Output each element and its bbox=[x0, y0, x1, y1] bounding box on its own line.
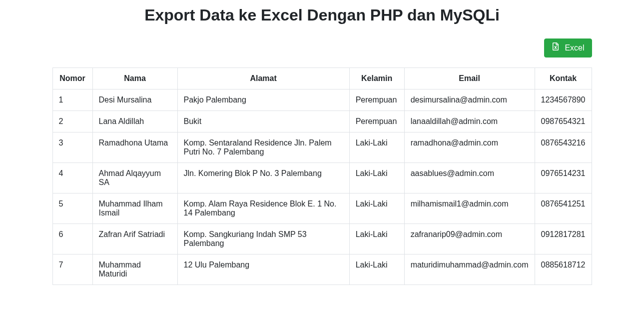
toolbar: Excel bbox=[52, 38, 592, 58]
cell-nama: Desi Mursalina bbox=[92, 90, 177, 111]
header-nama: Nama bbox=[92, 68, 177, 90]
table-row: 2Lana AldillahBukitPerempuanlanaaldillah… bbox=[52, 111, 592, 132]
cell-email: desimursalina@admin.com bbox=[404, 90, 535, 111]
cell-nomor: 2 bbox=[52, 111, 92, 132]
cell-kontak: 0912817281 bbox=[535, 224, 592, 254]
cell-kelamin: Laki-Laki bbox=[349, 132, 404, 163]
table-row: 3Ramadhona UtamaKomp. Sentaraland Reside… bbox=[52, 132, 592, 163]
cell-alamat: Komp. Alam Raya Residence Blok E. 1 No. … bbox=[177, 194, 349, 224]
cell-email: lanaaldillah@admin.com bbox=[404, 111, 535, 132]
cell-alamat: Pakjo Palembang bbox=[177, 90, 349, 111]
cell-email: maturidimuhammad@admin.com bbox=[404, 254, 535, 285]
cell-kontak: 0876541251 bbox=[535, 194, 592, 224]
cell-nomor: 5 bbox=[52, 194, 92, 224]
export-excel-label: Excel bbox=[565, 42, 584, 54]
cell-kelamin: Laki-Laki bbox=[349, 194, 404, 224]
cell-kontak: 0976514231 bbox=[535, 163, 592, 194]
cell-nama: Muhammad Ilham Ismail bbox=[92, 194, 177, 224]
cell-kelamin: Laki-Laki bbox=[349, 163, 404, 194]
cell-nama: Muhammad Maturidi bbox=[92, 254, 177, 285]
cell-alamat: Bukit bbox=[177, 111, 349, 132]
cell-nama: Lana Aldillah bbox=[92, 111, 177, 132]
cell-kontak: 0987654321 bbox=[535, 111, 592, 132]
table-row: 5Muhammad Ilham IsmailKomp. Alam Raya Re… bbox=[52, 194, 592, 224]
cell-kelamin: Perempuan bbox=[349, 111, 404, 132]
cell-email: ramadhona@admin.com bbox=[404, 132, 535, 163]
cell-kontak: 0876543216 bbox=[535, 132, 592, 163]
cell-nomor: 3 bbox=[52, 132, 92, 163]
cell-nama: Zafran Arif Satriadi bbox=[92, 224, 177, 254]
table-row: 4Ahmad Alqayyum SAJln. Komering Blok P N… bbox=[52, 163, 592, 194]
table-row: 7Muhammad Maturidi12 Ulu PalembangLaki-L… bbox=[52, 254, 592, 285]
export-excel-button[interactable]: Excel bbox=[544, 38, 592, 58]
table-row: 1Desi MursalinaPakjo PalembangPerempuand… bbox=[52, 90, 592, 111]
cell-kelamin: Laki-Laki bbox=[349, 224, 404, 254]
data-table: Nomor Nama Alamat Kelamin Email Kontak 1… bbox=[52, 68, 592, 285]
header-alamat: Alamat bbox=[177, 68, 349, 90]
cell-nomor: 6 bbox=[52, 224, 92, 254]
cell-alamat: Jln. Komering Blok P No. 3 Palembang bbox=[177, 163, 349, 194]
cell-kontak: 1234567890 bbox=[535, 90, 592, 111]
cell-kontak: 0885618712 bbox=[535, 254, 592, 285]
cell-email: aasablues@admin.com bbox=[404, 163, 535, 194]
cell-nomor: 7 bbox=[52, 254, 92, 285]
cell-kelamin: Laki-Laki bbox=[349, 254, 404, 285]
cell-nama: Ramadhona Utama bbox=[92, 132, 177, 163]
file-excel-icon bbox=[552, 42, 560, 54]
cell-email: milhamismail1@admin.com bbox=[404, 194, 535, 224]
header-kontak: Kontak bbox=[535, 68, 592, 90]
cell-nama: Ahmad Alqayyum SA bbox=[92, 163, 177, 194]
table-row: 6Zafran Arif SatriadiKomp. Sangkuriang I… bbox=[52, 224, 592, 254]
header-kelamin: Kelamin bbox=[349, 68, 404, 90]
cell-alamat: 12 Ulu Palembang bbox=[177, 254, 349, 285]
header-email: Email bbox=[404, 68, 535, 90]
cell-nomor: 1 bbox=[52, 90, 92, 111]
cell-alamat: Komp. Sentaraland Residence Jln. Palem P… bbox=[177, 132, 349, 163]
cell-alamat: Komp. Sangkuriang Indah SMP 53 Palembang bbox=[177, 224, 349, 254]
cell-nomor: 4 bbox=[52, 163, 92, 194]
cell-kelamin: Perempuan bbox=[349, 90, 404, 111]
cell-email: zafranarip09@admin.com bbox=[404, 224, 535, 254]
header-nomor: Nomor bbox=[52, 68, 92, 90]
page-title: Export Data ke Excel Dengan PHP dan MySQ… bbox=[52, 6, 592, 24]
